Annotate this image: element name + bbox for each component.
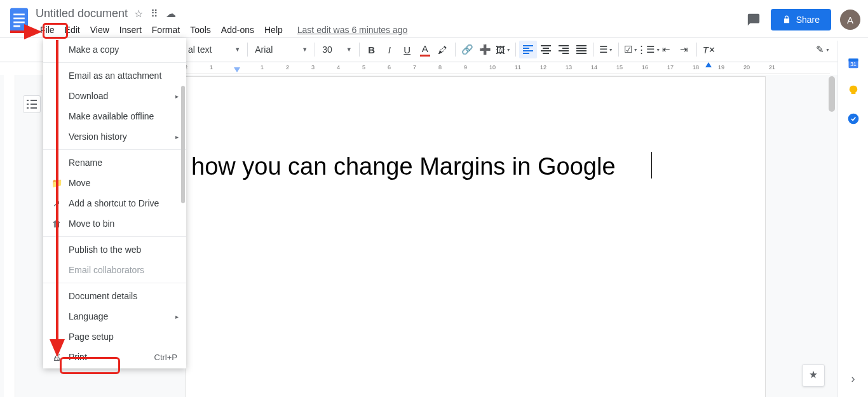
menu-item-label: Add a shortcut to Drive <box>69 198 159 208</box>
editing-mode-button[interactable]: ✎ <box>814 41 832 58</box>
file-menu-add-a-shortcut-to-drive[interactable]: ↗Add a shortcut to Drive <box>43 193 186 213</box>
share-button[interactable]: Share <box>771 9 831 30</box>
italic-button[interactable]: I <box>381 41 398 58</box>
menu-format[interactable]: Format <box>147 23 184 37</box>
menu-help[interactable]: Help <box>260 23 287 37</box>
menu-item-label: Rename <box>69 158 102 168</box>
align-justify-button[interactable] <box>573 41 590 58</box>
svg-rect-4 <box>13 25 20 27</box>
file-menu-language[interactable]: Language▸ <box>43 306 186 326</box>
svg-rect-3 <box>13 22 25 24</box>
menu-item-label: Document details <box>69 291 137 301</box>
align-center-button[interactable] <box>537 41 555 58</box>
file-menu-make-a-copy[interactable]: Make a copy <box>43 39 186 60</box>
menu-separator <box>43 283 186 283</box>
font-family-dropdown[interactable]: Arial▼ <box>251 42 311 57</box>
file-menu-print[interactable]: 🖨PrintCtrl+P <box>43 347 186 367</box>
file-menu-make-available-offline[interactable]: Make available offline <box>43 106 186 126</box>
docs-logo-icon[interactable] <box>8 5 31 36</box>
menu-view[interactable]: View <box>86 23 114 37</box>
menubar: File Edit View Insert Format Tools Add-o… <box>36 23 745 37</box>
menu-item-label: Page setup <box>69 332 114 342</box>
trash-icon: 🗑 <box>51 219 62 229</box>
menu-item-label: Version history <box>69 131 127 142</box>
menu-item-label: Make available offline <box>69 111 154 121</box>
file-menu-email-as-an-attachment[interactable]: Email as an attachment <box>43 65 186 86</box>
menu-tools[interactable]: Tools <box>186 23 215 37</box>
account-avatar[interactable]: A <box>840 10 860 30</box>
cloud-status-icon[interactable]: ☁ <box>166 8 176 20</box>
file-menu-dropdown: Make a copyEmail as an attachmentDownloa… <box>43 38 186 368</box>
file-menu-version-history[interactable]: Version history▸ <box>43 126 186 147</box>
calendar-icon[interactable]: 31 <box>846 56 860 70</box>
vertical-scrollbar-thumb[interactable] <box>829 76 835 112</box>
folder-icon: 📁 <box>51 178 62 188</box>
file-menu-move-to-bin[interactable]: 🗑Move to bin <box>43 213 186 234</box>
bulleted-list-button[interactable]: ⋮☰ <box>640 41 658 58</box>
paragraph-style-dropdown[interactable]: al text▼ <box>184 42 244 57</box>
menu-item-label: Email collaborators <box>69 265 144 275</box>
document-title[interactable]: Untitled document <box>36 7 128 20</box>
insert-image-button[interactable]: 🖼 <box>494 41 512 58</box>
menu-item-label: Move to bin <box>69 219 114 229</box>
decrease-indent-button[interactable]: ⇤ <box>658 41 675 58</box>
font-size-input[interactable]: 30▼ <box>318 42 356 57</box>
star-icon[interactable]: ☆ <box>134 8 143 20</box>
line-spacing-button[interactable]: ☰ <box>597 41 615 58</box>
lock-icon <box>782 15 791 24</box>
menu-shortcut: Ctrl+P <box>154 353 177 362</box>
file-menu-download[interactable]: Download▸ <box>43 86 186 106</box>
file-menu-move[interactable]: 📁Move <box>43 173 186 193</box>
menu-item-label: Download <box>69 91 108 101</box>
clear-formatting-button[interactable]: T✕ <box>700 41 718 58</box>
align-right-button[interactable] <box>555 41 573 58</box>
text-cursor <box>651 152 652 178</box>
menu-file[interactable]: File <box>36 23 59 37</box>
document-outline-icon[interactable] <box>23 95 41 113</box>
menu-separator <box>43 149 186 150</box>
move-icon[interactable]: ⠿ <box>151 8 158 20</box>
menu-addons[interactable]: Add-ons <box>217 23 259 37</box>
open-comments-icon[interactable] <box>745 11 762 28</box>
separator <box>455 43 456 57</box>
svg-rect-2 <box>13 18 25 20</box>
file-menu-rename[interactable]: Rename <box>43 152 186 173</box>
horizontal-ruler[interactable]: 21123456789101112131415161718192021 <box>184 62 830 74</box>
menu-item-label: Make a copy <box>69 44 119 55</box>
menu-edit[interactable]: Edit <box>60 23 85 37</box>
header-right: Share A <box>745 5 860 30</box>
increase-indent-button[interactable]: ⇥ <box>675 41 693 58</box>
menu-separator <box>43 62 186 63</box>
side-panel-collapse-icon[interactable]: › <box>851 372 855 386</box>
file-menu-page-setup[interactable]: Page setup <box>43 326 186 347</box>
document-page[interactable]: how you can change Margins in Google <box>186 76 766 397</box>
highlight-button[interactable]: 🖍 <box>434 41 452 58</box>
menu-item-label: Print <box>69 352 87 362</box>
app-header: Untitled document ☆ ⠿ ☁ File Edit View I… <box>0 0 868 37</box>
svg-rect-0 <box>10 8 28 33</box>
file-menu-publish-to-the-web[interactable]: Publish to the web <box>43 239 186 260</box>
align-left-button[interactable] <box>519 41 537 58</box>
last-edit-link[interactable]: Last edit was 6 minutes ago <box>297 25 408 35</box>
menu-insert[interactable]: Insert <box>115 23 146 37</box>
tasks-icon[interactable] <box>846 112 860 126</box>
insert-comment-button[interactable]: ➕ <box>477 41 494 58</box>
separator <box>618 43 619 57</box>
file-menu-document-details[interactable]: Document details <box>43 286 186 306</box>
separator <box>515 43 516 57</box>
page-body-text[interactable]: how you can change Margins in Google <box>191 153 616 180</box>
submenu-arrow-icon: ▸ <box>175 133 179 140</box>
menu-item-label: Move <box>69 178 90 188</box>
bold-button[interactable]: B <box>363 41 381 58</box>
underline-button[interactable]: U <box>398 41 416 58</box>
separator <box>359 43 360 57</box>
explore-button[interactable] <box>802 364 825 387</box>
svg-rect-1 <box>13 14 25 16</box>
vertical-ruler[interactable] <box>4 75 15 397</box>
shortcut-icon: ↗ <box>51 198 62 208</box>
side-panel: 31 › <box>837 41 868 397</box>
keep-icon[interactable] <box>846 84 860 98</box>
text-color-button[interactable]: A <box>416 41 434 58</box>
insert-link-button[interactable]: 🔗 <box>459 41 477 58</box>
separator <box>696 43 697 57</box>
